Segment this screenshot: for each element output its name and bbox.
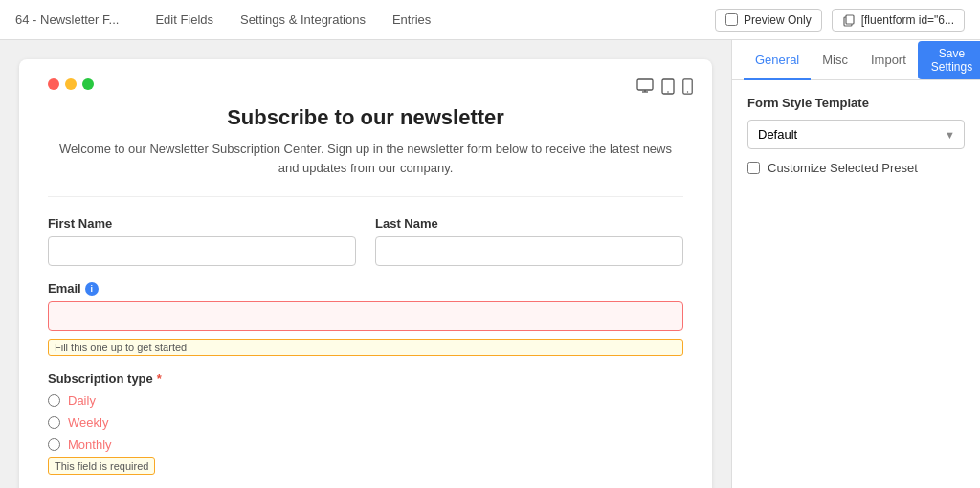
close-dot: [48, 78, 59, 90]
email-input[interactable]: [48, 301, 683, 331]
radio-weekly[interactable]: Weekly: [48, 415, 683, 430]
svg-point-8: [687, 91, 688, 92]
nav-edit-fields[interactable]: Edit Fields: [142, 0, 227, 40]
email-error-message: Fill this one up to get started: [48, 339, 683, 356]
save-settings-button[interactable]: Save Settings: [918, 41, 980, 79]
style-select[interactable]: Default: [747, 120, 965, 149]
subscription-radio-group: Daily Weekly Monthly: [48, 393, 683, 452]
form-preview-card: Subscribe to our newsletter Welcome to o…: [19, 59, 712, 488]
copy-icon: [842, 13, 856, 27]
radio-daily[interactable]: Daily: [48, 393, 683, 408]
radio-daily-input[interactable]: [48, 394, 60, 407]
form-divider: [48, 196, 683, 197]
email-field: Email i Fill this one up to get started: [48, 281, 683, 356]
customize-label: Customize Selected Preset: [768, 161, 918, 175]
svg-point-6: [667, 91, 669, 93]
preview-only-checkbox[interactable]: [725, 13, 738, 26]
form-description: Welcome to our Newsletter Subscription C…: [48, 140, 683, 177]
sidebar-tabs: General Misc Import Save Settings: [732, 40, 980, 80]
first-name-input[interactable]: [48, 236, 356, 266]
right-sidebar: General Misc Import Save Settings Form S…: [731, 40, 980, 488]
email-row: Email i Fill this one up to get started: [48, 281, 683, 356]
top-bar: 64 - Newsletter F... Edit Fields Setting…: [0, 0, 980, 40]
radio-monthly-label: Monthly: [68, 437, 112, 452]
top-nav: Edit Fields Settings & Integrations Entr…: [142, 0, 444, 40]
svg-rect-1: [846, 15, 854, 24]
radio-weekly-label: Weekly: [68, 415, 108, 430]
name-row: First Name Last Name: [48, 216, 683, 266]
nav-settings-integrations[interactable]: Settings & Integrations: [227, 0, 379, 40]
customize-checkbox[interactable]: [747, 162, 760, 174]
sidebar-content: Form Style Template Default ▼ Customize …: [732, 80, 980, 190]
email-label: Email i: [48, 281, 683, 296]
radio-monthly[interactable]: Monthly: [48, 437, 683, 452]
style-select-wrapper: Default ▼: [747, 120, 965, 149]
fluent-id-button[interactable]: [fluentform id="6...: [832, 9, 965, 32]
tab-general[interactable]: General: [744, 40, 811, 80]
first-name-label: First Name: [48, 216, 356, 231]
email-info-icon[interactable]: i: [85, 282, 99, 296]
maximize-dot: [82, 78, 94, 90]
form-title: Subscribe to our newsletter: [48, 105, 683, 130]
radio-daily-label: Daily: [68, 393, 96, 408]
last-name-field: Last Name: [375, 216, 683, 266]
radio-weekly-input[interactable]: [48, 416, 60, 429]
desktop-icon[interactable]: [636, 78, 654, 99]
device-icons: [636, 78, 693, 99]
window-controls: [48, 78, 683, 90]
page-title: 64 - Newsletter F...: [15, 12, 119, 27]
form-style-label: Form Style Template: [747, 96, 965, 110]
subscription-label: Subscription type *: [48, 371, 683, 386]
tab-import[interactable]: Import: [859, 40, 918, 80]
mobile-icon[interactable]: [682, 78, 693, 99]
first-name-field: First Name: [48, 216, 356, 266]
last-name-input[interactable]: [375, 236, 683, 266]
nav-entries[interactable]: Entries: [379, 0, 444, 40]
svg-rect-2: [637, 79, 653, 90]
customize-row: Customize Selected Preset: [747, 161, 965, 175]
subscription-section: Subscription type * Daily Weekly Monthly: [48, 371, 683, 475]
last-name-label: Last Name: [375, 216, 683, 231]
top-bar-actions: Preview Only [fluentform id="6...: [715, 9, 965, 32]
main-layout: Subscribe to our newsletter Welcome to o…: [0, 40, 980, 488]
preview-only-button[interactable]: Preview Only: [715, 9, 822, 32]
minimize-dot: [65, 78, 77, 90]
subscription-error-message: This field is required: [48, 457, 155, 475]
content-area: Subscribe to our newsletter Welcome to o…: [0, 40, 731, 488]
tab-misc[interactable]: Misc: [811, 40, 859, 80]
required-star: *: [157, 371, 162, 386]
radio-monthly-input[interactable]: [48, 438, 60, 451]
tablet-icon[interactable]: [661, 78, 675, 99]
